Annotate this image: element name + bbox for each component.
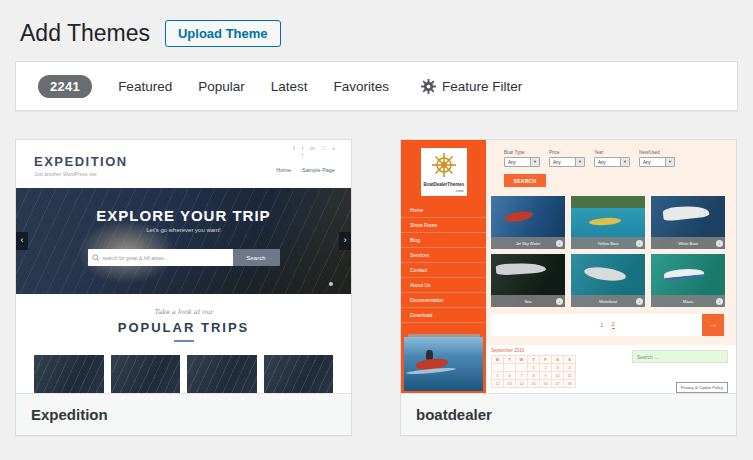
jetski-photo xyxy=(404,337,483,391)
gear-icon xyxy=(421,79,436,94)
dropdown-arrow-icon: ▼ xyxy=(620,158,629,166)
theme-name-expedition: Expedition xyxy=(31,406,108,423)
boatdealer-main: Boat Type: Any ▼ Price: Any ▼ xyxy=(486,140,736,393)
expedition-search-input xyxy=(88,249,233,266)
feature-filter-label: Feature Filter xyxy=(442,79,522,94)
boat-listing: Jet Sky Wateri xyxy=(491,196,565,249)
page-title: Add Themes xyxy=(20,20,150,47)
boatdealer-nav-documentation: Documentation xyxy=(401,293,486,308)
theme-card-expedition[interactable]: EXPEDITION Just another WordPress site f… xyxy=(15,139,352,436)
boat-search-button: SEARCH xyxy=(504,174,546,187)
expedition-search-button: Search xyxy=(233,249,280,266)
ship-wheel-icon xyxy=(431,152,457,178)
boat-search-form: Boat Type: Any ▼ Price: Any ▼ xyxy=(486,140,736,187)
popular-thumbnails xyxy=(16,355,351,393)
boatdealer-sidebar: BoatDealerThemes .com Home Show Room Blo… xyxy=(401,140,486,393)
trip-thumbnail xyxy=(264,355,334,393)
boatdealer-logo-text: BoatDealerThemes xyxy=(424,182,464,188)
expedition-hero-slider: EXPLORE YOUR TRIP Let's go wherever you … xyxy=(16,188,351,294)
boat-type-select: Any ▼ xyxy=(504,157,540,167)
boatdealer-nav-show-room: Show Room xyxy=(401,218,486,233)
theme-name-bar: boatdealer xyxy=(401,393,736,435)
instagram-icon: □ xyxy=(322,145,325,155)
boatdealer-nav-about-us: About Us xyxy=(401,278,486,293)
dropdown-arrow-icon: ▼ xyxy=(575,158,584,166)
filter-link-latest[interactable]: Latest xyxy=(271,79,308,94)
twitter-icon: t xyxy=(302,145,304,155)
filter-link-popular[interactable]: Popular xyxy=(198,79,245,94)
theme-name-bar: Expedition xyxy=(16,393,351,435)
boat-listing: Motorboati xyxy=(571,254,645,307)
boat-listing: Seai xyxy=(491,254,565,307)
search-icon xyxy=(92,254,100,262)
expedition-hero-searchbar: Search xyxy=(88,249,280,266)
price-field: Price: Any ▼ xyxy=(549,150,585,167)
popular-heading: POPULAR TRIPS xyxy=(16,320,351,335)
boatdealer-search-input xyxy=(632,350,728,363)
theme-name-boatdealer: boatdealer xyxy=(416,406,492,423)
next-page-arrow-icon: → xyxy=(702,314,724,336)
boatdealer-nav-services: Services xyxy=(401,248,486,263)
expedition-nav-home: Home xyxy=(276,167,291,173)
boatdealer-nav-contact: Contact xyxy=(401,263,486,278)
boatdealer-nav-download: Download xyxy=(401,308,486,323)
info-icon: i xyxy=(716,240,723,247)
rss-icon: » xyxy=(332,145,335,155)
add-themes-page: Add Themes Upload Theme 2241 Featured Po… xyxy=(0,0,753,436)
expedition-preview: EXPEDITION Just another WordPress site f… xyxy=(16,140,351,393)
expedition-nav: Home Sample Page xyxy=(276,167,335,173)
year-select: Any ▼ xyxy=(594,157,630,167)
boat-type-field: Boat Type: Any ▼ xyxy=(504,150,540,167)
page-2-link: 2 xyxy=(612,321,615,329)
expedition-social-icons: f t in □ » xyxy=(293,145,335,155)
boatdealer-nav-blog: Blog xyxy=(401,233,486,248)
info-icon: i xyxy=(716,298,723,305)
boatdealer-preview: BoatDealerThemes .com Home Show Room Blo… xyxy=(401,140,736,393)
dropdown-arrow-icon: ▼ xyxy=(665,158,674,166)
popular-kicker: Take a look at our xyxy=(16,308,351,316)
slider-next-icon: › xyxy=(339,232,351,250)
privacy-cookie-policy-button: Privacy & Cookie Policy xyxy=(676,382,728,393)
dropdown-arrow-icon: ▼ xyxy=(530,158,539,166)
year-field: Year: Any ▼ xyxy=(594,150,630,167)
expedition-hero-heading: EXPLORE YOUR TRIP xyxy=(16,188,351,224)
slider-dot xyxy=(329,282,333,286)
filter-link-favorites[interactable]: Favorites xyxy=(334,79,390,94)
info-icon: i xyxy=(636,240,643,247)
expedition-site-tagline: Just another WordPress site xyxy=(34,171,128,177)
trip-thumbnail xyxy=(187,355,257,393)
boatdealer-footer-widgets: September 2016 MT WT FS S xyxy=(486,345,736,393)
boatdealer-logo-com: .com xyxy=(424,188,464,193)
filter-link-featured[interactable]: Featured xyxy=(118,79,172,94)
feature-filter-button[interactable]: Feature Filter xyxy=(421,79,522,94)
page-header: Add Themes Upload Theme xyxy=(15,14,738,61)
expedition-nav-sample-page: Sample Page xyxy=(302,167,335,173)
boat-listing: Mazai xyxy=(651,254,725,307)
boatdealer-nav-home: Home xyxy=(401,203,486,218)
upload-theme-button[interactable]: Upload Theme xyxy=(165,20,281,47)
popular-underline xyxy=(174,340,194,342)
trip-thumbnail xyxy=(111,355,181,393)
linkedin-icon: in xyxy=(310,145,314,155)
trip-thumbnail xyxy=(34,355,104,393)
facebook-icon: f xyxy=(293,145,295,155)
boat-listing: White Boati xyxy=(651,196,725,249)
boatdealer-nav: Home Show Room Blog Services Contact Abo… xyxy=(401,203,486,323)
theme-count-badge: 2241 xyxy=(38,75,92,98)
theme-card-boatdealer[interactable]: BoatDealerThemes .com Home Show Room Blo… xyxy=(400,139,737,436)
expedition-hero-subheading: Let's go wherever you want! xyxy=(16,227,351,233)
filter-bar: 2241 Featured Popular Latest Favorites F… xyxy=(15,61,738,111)
new-used-field: New/Used Any ▼ xyxy=(639,150,675,167)
info-icon: i xyxy=(556,298,563,305)
price-select: Any ▼ xyxy=(549,157,585,167)
new-used-select: Any ▼ xyxy=(639,157,675,167)
slider-prev-icon: ‹ xyxy=(16,232,28,250)
expedition-site-title: EXPEDITION xyxy=(34,154,128,169)
boat-listings-grid: Jet Sky Wateri Yellow Boati White Boati … xyxy=(491,196,736,307)
boat-listing: Yellow Boati xyxy=(571,196,645,249)
info-icon: i xyxy=(556,240,563,247)
calendar-widget: September 2016 MT WT FS S xyxy=(491,348,576,393)
calendar-title: September 2016 xyxy=(491,348,576,353)
themes-grid: EXPEDITION Just another WordPress site f… xyxy=(15,139,738,436)
page-1-link: 1 xyxy=(600,322,603,328)
